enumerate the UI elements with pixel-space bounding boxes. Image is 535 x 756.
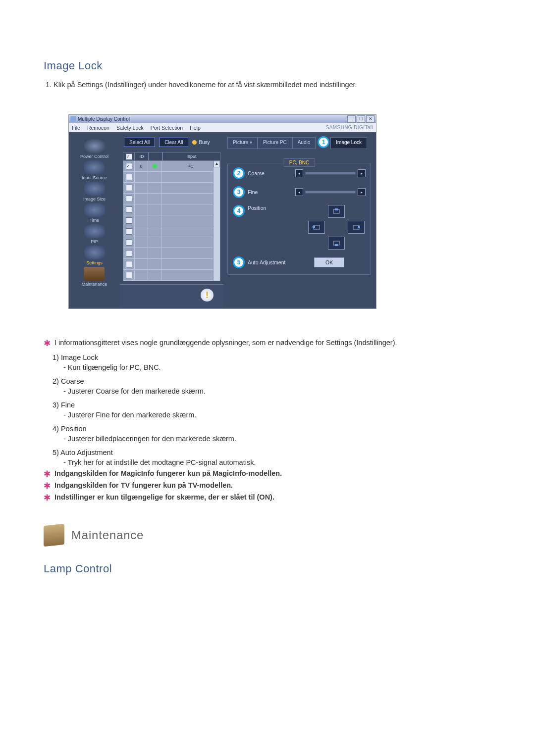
callout-2: 2	[233, 167, 245, 179]
scroll-up-icon[interactable]: ▲	[214, 161, 220, 167]
fine-increase-button[interactable]: ▸	[358, 188, 366, 196]
sidebar-item-settings[interactable]: Settings	[84, 246, 105, 265]
position-right-button[interactable]	[348, 221, 365, 234]
grid-header-status	[149, 152, 162, 161]
grid-scrollbar[interactable]: ▲	[213, 161, 220, 281]
row-checkbox[interactable]	[123, 226, 135, 237]
row-status	[148, 270, 161, 281]
busy-indicator: Busy	[192, 140, 210, 145]
minimize-button[interactable]: _	[347, 115, 356, 123]
fine-decrease-button[interactable]: ◂	[295, 188, 303, 196]
row-id	[135, 248, 148, 259]
sidebar-item-time[interactable]: Time	[84, 203, 105, 223]
row-status	[148, 259, 161, 270]
row-input	[161, 270, 220, 281]
table-row[interactable]	[123, 204, 220, 215]
sidebar-item-maintenance[interactable]: Maintenance	[82, 267, 107, 287]
table-row[interactable]	[123, 248, 220, 259]
pip-icon	[84, 224, 105, 238]
grid-header-check[interactable]	[123, 152, 135, 161]
sidebar-item-label: Image Size	[83, 197, 106, 202]
coarse-decrease-button[interactable]: ◂	[295, 169, 303, 177]
row-checkbox[interactable]	[123, 161, 135, 172]
row-checkbox[interactable]	[123, 248, 135, 259]
row-id	[135, 183, 148, 194]
power-icon	[84, 139, 105, 153]
tab-picture[interactable]: Picture	[227, 137, 258, 149]
maximize-button[interactable]: ☐	[357, 115, 365, 123]
table-row[interactable]	[123, 215, 220, 226]
menu-bar: File Remocon Safety Lock Port Selection …	[69, 123, 376, 132]
table-row[interactable]	[123, 226, 220, 237]
row-checkbox[interactable]	[123, 183, 135, 194]
note-item: 5) Auto Adjustment	[53, 449, 491, 456]
position-up-button[interactable]	[328, 205, 345, 218]
sidebar-item-power-control[interactable]: Power Control	[80, 139, 108, 159]
status-strip: !	[120, 284, 223, 308]
panel-title: PC, BNC	[284, 158, 315, 167]
menu-help[interactable]: Help	[190, 125, 201, 131]
table-row[interactable]: 0PC	[123, 161, 220, 172]
row-id	[135, 270, 148, 281]
table-row[interactable]	[123, 183, 220, 194]
tab-audio[interactable]: Audio	[292, 137, 316, 149]
coarse-track[interactable]	[305, 172, 356, 175]
note-item-sub: - Kun tilgængelig for PC, BNC.	[63, 363, 491, 371]
row-checkbox[interactable]	[123, 215, 135, 226]
menu-file[interactable]: File	[72, 125, 80, 131]
table-row[interactable]	[123, 172, 220, 183]
sidebar-item-image-size[interactable]: Image Size	[83, 182, 106, 202]
auto-adjustment-ok-button[interactable]: OK	[314, 257, 344, 267]
coarse-increase-button[interactable]: ▸	[358, 169, 366, 177]
tab-image-lock[interactable]: Image Lock	[330, 137, 367, 149]
fine-track[interactable]	[305, 191, 356, 194]
close-button[interactable]: ✕	[366, 115, 374, 123]
menu-port-selection[interactable]: Port Selection	[151, 125, 183, 131]
row-status	[148, 215, 161, 226]
star-icon: ✱	[44, 494, 51, 502]
brand-label: SAMSUNG DIGITall	[326, 125, 373, 130]
row-id	[135, 237, 148, 248]
svg-rect-3	[313, 226, 315, 228]
table-row[interactable]	[123, 259, 220, 270]
row-checkbox[interactable]	[123, 270, 135, 281]
row-checkbox[interactable]	[123, 237, 135, 248]
heading-image-lock: Image Lock	[44, 59, 491, 72]
maintenance-section-icon	[44, 524, 64, 547]
position-down-button[interactable]	[328, 237, 345, 250]
row-checkbox[interactable]	[123, 259, 135, 270]
auto-adjustment-label: Auto Adjustment	[248, 259, 302, 265]
fine-slider[interactable]: ◂ ▸	[295, 188, 366, 196]
coarse-slider[interactable]: ◂ ▸	[295, 169, 366, 177]
sidebar-item-label: Settings	[86, 260, 103, 265]
time-icon	[84, 203, 105, 217]
table-row[interactable]	[123, 194, 220, 204]
grid-header-input: Input	[162, 152, 220, 161]
position-left-button[interactable]	[308, 221, 325, 234]
menu-safety-lock[interactable]: Safety Lock	[116, 125, 144, 131]
svg-rect-1	[335, 208, 338, 210]
tab-picture-pc[interactable]: Picture PC	[258, 137, 292, 149]
row-input	[161, 226, 220, 237]
select-all-button[interactable]: Select All	[124, 138, 155, 147]
row-checkbox[interactable]	[123, 194, 135, 204]
row-checkbox[interactable]	[123, 172, 135, 183]
row-checkbox[interactable]	[123, 204, 135, 215]
note-item: 4) Position	[53, 425, 491, 433]
window-title: Multiple Display Control	[78, 116, 347, 122]
sidebar-item-input-source[interactable]: Input Source	[82, 160, 107, 180]
clear-all-button[interactable]: Clear All	[159, 138, 188, 147]
coarse-label: Coarse	[248, 170, 292, 176]
menu-remocon[interactable]: Remocon	[87, 125, 109, 131]
table-row[interactable]	[123, 270, 220, 281]
note-item-sub: - Tryk her for at indstille det modtagne…	[63, 458, 491, 466]
sidebar-item-pip[interactable]: PIP	[84, 224, 105, 244]
table-row[interactable]	[123, 237, 220, 248]
busy-dot-icon	[192, 140, 197, 145]
star-icon: ✱	[44, 482, 51, 490]
position-pad	[308, 205, 365, 250]
row-input: PC	[161, 161, 220, 172]
app-window: Multiple Display Control _ ☐ ✕ File Remo…	[68, 114, 376, 309]
sidebar-item-label: Time	[90, 218, 100, 223]
settings-icon	[84, 246, 105, 259]
